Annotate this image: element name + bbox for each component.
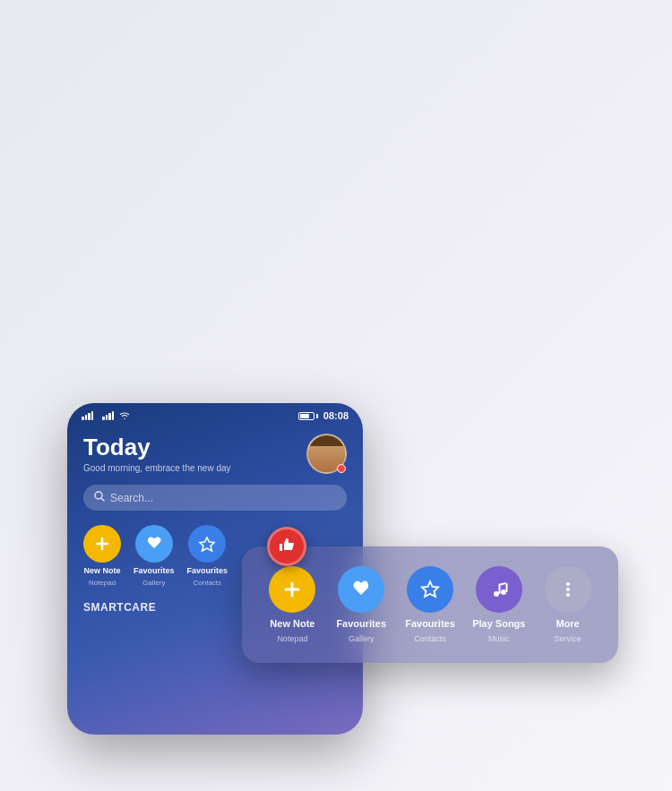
search-icon [94, 491, 105, 504]
tray-play-songs-sub: Music [488, 634, 510, 643]
search-bar[interactable]: Search... [83, 485, 347, 511]
avatar-container [306, 434, 347, 474]
shortcut-new-note[interactable]: New Note Notepad [83, 525, 121, 587]
tray-more[interactable]: More Service [533, 566, 602, 643]
battery-time: 08:08 [298, 410, 349, 421]
signal-icons [82, 410, 130, 421]
shortcut-favourites-gallery[interactable]: Favourites Gallery [134, 525, 175, 587]
greeting-subtitle: Good morning, embrace the new day [83, 463, 231, 473]
svg-point-15 [566, 593, 570, 597]
shortcut-new-note-label: New Note [83, 566, 120, 575]
online-dot [337, 464, 346, 473]
tray-new-note-label: New Note [270, 618, 314, 629]
svg-marker-4 [200, 537, 214, 551]
search-placeholder: Search... [110, 492, 153, 504]
greeting-section: Today Good morning, embrace the new day [83, 434, 347, 474]
svg-line-12 [498, 583, 505, 585]
thumbs-badge[interactable] [267, 527, 306, 566]
svg-rect-10 [498, 585, 500, 594]
shortcut-new-note-sub: Notepad [89, 579, 116, 587]
svg-marker-7 [422, 581, 438, 597]
svg-point-9 [501, 589, 506, 595]
tray-new-note[interactable]: New Note Notepad [258, 566, 327, 643]
tray-more-label: More [556, 618, 579, 629]
favourites-gallery-icon [135, 525, 173, 563]
shortcut-favourites-contacts-sub: Contacts [193, 579, 221, 587]
shortcut-favourites-gallery-sub: Gallery [142, 579, 165, 587]
thumbs-up-icon [277, 535, 297, 559]
tray-play-songs-label: Play Songs [472, 618, 525, 629]
shortcut-favourites-gallery-label: Favourites [134, 566, 175, 575]
svg-point-8 [494, 591, 499, 597]
tray-favourites-contacts-sub: Contacts [414, 634, 446, 643]
signal-bars-1 [82, 411, 93, 420]
greeting-title: Today [83, 434, 231, 461]
shortcut-favourites-contacts-label: Favourites [187, 566, 228, 575]
tray-favourites-gallery[interactable]: Favourites Gallery [327, 566, 396, 643]
tray-play-songs[interactable]: Play Songs Music [464, 566, 533, 643]
scene: 08:08 Today Good morning, embrace the ne… [0, 0, 672, 791]
svg-point-13 [566, 582, 570, 586]
new-note-icon [83, 525, 121, 563]
battery-indicator [298, 412, 318, 420]
tray-card: New Note Notepad Favourites Gallery Favo… [242, 546, 618, 663]
tray-new-note-sub: Notepad [277, 634, 307, 643]
tray-more-icon [545, 566, 591, 613]
tray-play-songs-icon [476, 566, 522, 613]
avatar-hair [308, 435, 345, 446]
svg-line-1 [101, 498, 104, 501]
tray-favourites-gallery-icon [338, 566, 384, 613]
tray-more-sub: Service [555, 634, 582, 643]
signal-bars-2 [102, 411, 114, 420]
greeting-text: Today Good morning, embrace the new day [83, 434, 231, 473]
svg-rect-11 [505, 583, 507, 592]
favourites-contacts-icon [188, 525, 226, 563]
tray-favourites-contacts[interactable]: Favourites Contacts [396, 566, 465, 643]
tray-favourites-gallery-sub: Gallery [349, 634, 375, 643]
tray-favourites-gallery-label: Favourites [336, 618, 386, 629]
tray-new-note-icon [269, 566, 315, 613]
tray-favourites-contacts-label: Favourites [405, 618, 455, 629]
svg-point-14 [566, 588, 570, 591]
status-bar: 08:08 [67, 403, 363, 425]
wifi-icon [119, 410, 130, 421]
tray-favourites-contacts-icon [407, 566, 453, 613]
clock: 08:08 [323, 410, 349, 421]
shortcut-favourites-contacts[interactable]: Favourites Contacts [187, 525, 228, 587]
